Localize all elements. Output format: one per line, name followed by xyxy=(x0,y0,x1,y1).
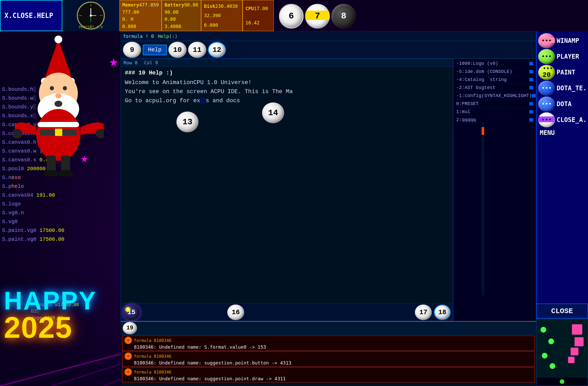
sidebar-winamp-row: ••• WINAMP xyxy=(538,33,586,48)
battery-val4: 3.4006 xyxy=(165,24,198,29)
sidebar-dota-label: DOTA xyxy=(557,100,572,108)
disk-label: Disk xyxy=(204,3,215,9)
battery-val3: 0.00 xyxy=(165,16,198,22)
sidebar-dotate-row: ••• DOTA_TE... xyxy=(538,81,586,96)
clock-area: PROCSAT 1.0 xyxy=(62,0,119,31)
var-line-13: S.canvas04 191.00 xyxy=(2,191,64,200)
ball-10[interactable]: 10 xyxy=(168,42,187,58)
file-indicator-6 xyxy=(529,102,533,106)
editor-row: Row 0 xyxy=(124,60,138,65)
ball-7[interactable]: 7 xyxy=(305,4,330,29)
ball-dota[interactable]: ••• xyxy=(538,96,555,112)
mini-circle-2 xyxy=(548,339,554,344)
ball-6[interactable]: 6 xyxy=(279,4,304,29)
ball-16[interactable]: 16 xyxy=(227,305,244,320)
sidebar-close-label: CLOSE_A... xyxy=(557,116,588,123)
sidebar-close-row: ••• CLOSE_A... xyxy=(538,112,586,127)
ball-19[interactable]: 19 xyxy=(123,322,137,334)
memory-val3: 0. H xyxy=(122,16,159,22)
editor-bottom-bar: 15 16 17 18 xyxy=(121,303,453,321)
error-icon-3: ☀ xyxy=(125,368,132,376)
sidebar-player-label: PLAYER xyxy=(557,53,579,60)
mini-circle-4 xyxy=(550,363,555,369)
memory-label: Memory xyxy=(122,2,139,8)
file-item-2[interactable]: -5:ide.dom (CONSOLE) xyxy=(454,68,535,76)
console-toolbar: 19 xyxy=(121,322,536,335)
ball-12[interactable]: 12 xyxy=(208,42,226,58)
svg-point-46 xyxy=(43,170,59,176)
ball-13-container: 13 xyxy=(176,112,199,132)
mini-block-2 xyxy=(575,337,584,346)
file-list[interactable]: -1000:Logo (v0) -5:ide.dom (CONSOLE) -4:… xyxy=(453,59,536,321)
ball-dotate[interactable]: ••• xyxy=(538,81,555,96)
ball-14[interactable]: 14 xyxy=(262,102,284,123)
svg-point-31 xyxy=(54,36,62,43)
disk-val3: 0.000 xyxy=(204,22,240,28)
sidebar-dota-row: ••• DOTA xyxy=(538,96,586,112)
ide-tabs-row: 9 Help 10 11 12 xyxy=(121,41,536,59)
file-item-7[interactable]: 1:mul xyxy=(454,108,535,116)
sidebar-player-row: ••• PLAYER xyxy=(538,49,586,64)
svg-rect-41 xyxy=(38,122,79,127)
sidebar-spacer xyxy=(538,138,586,332)
file-item-6[interactable]: 0:PRESET xyxy=(454,100,535,108)
mini-block-1 xyxy=(572,324,582,335)
file-item-1[interactable]: -1000:Logo (v0) xyxy=(454,60,535,68)
mini-block-3 xyxy=(571,348,578,355)
ball-8[interactable]: 8 xyxy=(331,4,356,29)
sidebar-winamp-label: WINAMP xyxy=(557,37,579,44)
file-item-8[interactable]: 2:qqqqq xyxy=(454,116,535,124)
ball-winamp[interactable]: ••• xyxy=(538,33,555,48)
cpu-val3: 16.42 xyxy=(245,20,271,25)
ball-9[interactable]: 9 xyxy=(123,42,141,58)
ball-17[interactable]: 17 xyxy=(415,305,432,320)
var-line-15: S.vg0.n xyxy=(2,209,64,217)
mini-preview: prel_s xyxy=(536,319,588,386)
cpu-val1: 17.00 xyxy=(254,6,268,11)
error-icon-2: ☀ xyxy=(125,353,132,360)
svg-point-35 xyxy=(63,86,67,90)
tab-help[interactable]: Help xyxy=(143,45,167,55)
top-balls-row: 6 7 8 xyxy=(279,3,534,29)
mini-dot-1 xyxy=(560,379,564,384)
editor-line-4: Go to acpul.org for ex s and docs xyxy=(125,98,449,104)
disk-monitor: Disk230.4030 32.390 0.000 xyxy=(201,0,243,31)
ide-toolbar: formula ! 0 Help(:) xyxy=(121,31,536,41)
error-title-1: formula 8100346 xyxy=(134,338,172,343)
ball-11[interactable]: 11 xyxy=(188,42,206,58)
ball-20[interactable]: ••• 20 xyxy=(538,65,555,80)
ball-18[interactable]: 18 xyxy=(434,305,451,320)
svg-rect-40 xyxy=(55,129,62,136)
console-area: 19 ☀ formula 8100346 8100346: Undefined … xyxy=(121,321,536,386)
ide-area: formula ! 0 Help(:) 9 Help 10 11 12 Row … xyxy=(121,31,536,386)
ball-close[interactable]: ••• xyxy=(538,112,555,127)
sidebar-paint-label: PAINT xyxy=(557,69,575,76)
file-item-3[interactable]: -4:Catalog `string xyxy=(454,76,535,84)
error-icon-1: ☀ xyxy=(125,337,132,344)
ball-player[interactable]: ••• xyxy=(538,49,555,64)
editor-content[interactable]: ### 10 Help :) Welcome to AnimationCPU 1… xyxy=(121,67,453,303)
svg-point-57 xyxy=(90,15,92,17)
app-title: X.CLOSE.HELP xyxy=(4,12,53,19)
editor-line-2: You're see on the screen ACPU IDE. This … xyxy=(125,88,449,95)
var-line-12: S.phelo xyxy=(2,182,64,191)
var-line-18: S.paint.vg0 17500.00 xyxy=(2,235,64,244)
clock-label: PROCSAT 1.0 xyxy=(79,25,103,29)
mini-block-4 xyxy=(568,357,575,363)
tab-help-label: Help xyxy=(148,47,162,53)
ball-15[interactable]: 15 xyxy=(123,305,140,320)
file-item-4[interactable]: -2:AST bugtest xyxy=(454,84,535,92)
mini-circle-3 xyxy=(542,353,548,359)
var-line-14: S.logo xyxy=(2,200,64,209)
close-button[interactable]: CLOSE xyxy=(536,304,588,319)
file-item-5[interactable]: -1:config(SYNTAX_HIGHLIGHT) xyxy=(454,92,535,100)
mini-canvas: prel_s xyxy=(537,319,587,385)
sidebar-menu-row: MENU xyxy=(538,128,586,137)
memory-val4: 0.000 xyxy=(122,24,159,29)
battery-monitor: Battery90.00 90.00 0.00 3.4006 xyxy=(162,0,201,31)
sidebar-dotate-label: DOTA_TE... xyxy=(557,85,588,92)
ball-13[interactable]: 13 xyxy=(176,112,199,132)
memory-val2: 777.00 xyxy=(122,9,159,15)
ball-14-container: 14 xyxy=(262,102,284,123)
file-indicator-3 xyxy=(529,78,533,81)
